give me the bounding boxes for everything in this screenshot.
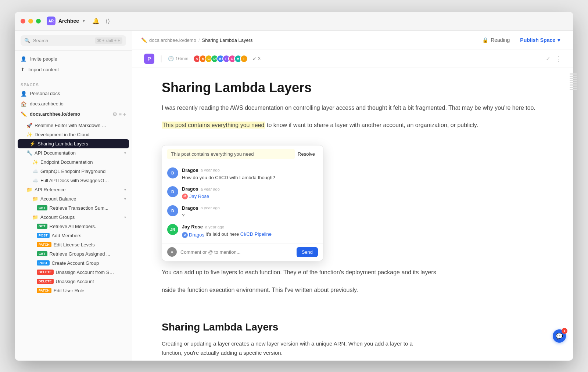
sidebar-item-retrieve-members[interactable]: GET Retrieve All Members. [15, 222, 132, 231]
breadcrumb-site[interactable]: docs.archbee.io/demo [149, 37, 196, 43]
sidebar-item-unassign-su[interactable]: DELETE Unassign Account from Su... [15, 268, 132, 277]
sidebar-item-edit-license[interactable]: PATCH Edit License Levels [15, 240, 132, 249]
sidebar-item-graphql[interactable]: ☁️ GraphQL Endpoint Playground [15, 167, 132, 176]
sidebar-item-account-groups[interactable]: 📁 Account Groups ▾ [15, 213, 132, 222]
reading-label: Reading [491, 37, 510, 43]
collapse-sidebar-icon[interactable]: ≡ [119, 111, 122, 117]
sidebar-item-swagger[interactable]: ☁️ Full API Docs with Swagger/Ope... [15, 176, 132, 185]
checkmark-icon[interactable]: ✓ [546, 55, 551, 62]
sidebar-actions: 👤 Invite people ⬆ Import content [15, 51, 132, 78]
search-bar[interactable]: 🔍 Search ⌘ + shift + F [21, 35, 126, 46]
scroll-mark-1 [570, 73, 573, 75]
delete-badge: DELETE [37, 270, 54, 275]
collapse-icon[interactable]: ⟨⟩ [105, 18, 110, 25]
comment-text-3: ? [182, 212, 318, 219]
sidebar-item-api-reference[interactable]: 📁 API Reference ▾ [15, 185, 132, 194]
reading-mode: 🔒 Reading [482, 37, 510, 43]
mention-inline: D Dragos [182, 231, 204, 239]
delete-badge-2: DELETE [37, 279, 54, 284]
lock-icon: 🔒 [482, 37, 488, 43]
titlebar-icons: 🔔 ⟨⟩ [92, 18, 110, 25]
sidebar-item-retrieve-groups[interactable]: GET Retrieve Groups Assigned ... [15, 249, 132, 259]
scroll-mark-5 [570, 82, 573, 83]
star-icon: ✨ [26, 132, 32, 137]
mention-avatar: JR [182, 194, 188, 199]
more-options-icon[interactable]: ⋮ [555, 55, 562, 63]
invite-people-button[interactable]: 👤 Invite people [15, 54, 132, 64]
comment-avatar-1: D [167, 167, 178, 178]
resolve-button[interactable]: Resolve [295, 150, 318, 158]
sidebar-item-demo[interactable]: ✏️ docs.archbee.io/demo ⚙ ≡ + [15, 109, 132, 119]
sidebar-item-retrieve-transaction[interactable]: GET Retrieve Transaction Sum... [15, 203, 132, 213]
publish-space-button[interactable]: Publish Space ▾ [516, 35, 564, 45]
sidebar-item-sharing-lambda[interactable]: ⚡ Sharing Lambda Layers [18, 139, 129, 148]
feedback-button[interactable]: 💬 1 [553, 329, 566, 343]
comment-input[interactable] [180, 249, 293, 255]
mention-link[interactable]: Jay Rose [189, 193, 209, 200]
sidebar-item-add-members[interactable]: POST Add Members [15, 231, 132, 240]
comment-header-4: Jay Rose a year ago [182, 224, 318, 230]
doc-intro-2: This post contains everything you need t… [162, 120, 544, 130]
spaces-label: SPACES [15, 78, 132, 89]
lightning-icon: ⚡ [29, 141, 35, 147]
sidebar-item-archbee[interactable]: 🏠 docs.archbee.io [15, 99, 132, 109]
cloud-icon: ☁️ [32, 169, 38, 174]
app-title-area: AR Archbee ▾ [47, 17, 85, 25]
divider: | [160, 54, 162, 63]
collaborator-avatars: A B C D E F G H I [193, 55, 248, 63]
doc-body: Sharing Lambda Layers I was recently rea… [132, 68, 573, 310]
maximize-button[interactable] [36, 19, 41, 24]
scroll-mark-6 [570, 84, 573, 86]
page-type-badge: P [144, 54, 154, 64]
titlebar: AR Archbee ▾ 🔔 ⟨⟩ [15, 12, 573, 31]
doc-toolbar-right: ✓ ⋮ [546, 55, 562, 63]
add-page-icon[interactable]: + [123, 111, 126, 117]
star-icon-2: ✨ [32, 159, 38, 165]
scroll-mark-7 [570, 87, 573, 88]
sidebar-item-edit-user-role[interactable]: PATCH Edit User Role [15, 286, 132, 295]
breadcrumb-pencil-icon: ✏️ [141, 37, 147, 43]
comment-item-3: D Dragos a year ago ? [167, 205, 318, 219]
sidebar-item-api-docs[interactable]: 🔧 API Documentation ▾ [15, 148, 132, 158]
comment-avatar-2: D [167, 186, 178, 197]
doc-toolbar: P | 🕐 16min A B C D E F [132, 50, 573, 68]
cicd-link[interactable]: CI/CD Pipeline [240, 231, 272, 237]
scroll-mark-3 [570, 78, 573, 79]
sidebar-item-personal-docs[interactable]: 👤 Personal docs [15, 89, 132, 99]
search-icon: 🔍 [24, 38, 30, 43]
sidebar-item-realtime-editor[interactable]: 🚀 Realtime Editor with Markdown Sho... [15, 121, 132, 130]
sidebar-item-unassign-account[interactable]: DELETE Unassign Account [15, 277, 132, 286]
comment-quote-text: This post contains everything you need [167, 149, 295, 159]
scroll-indicator [570, 73, 573, 90]
doc-subtitle: Sharing Lambda Layers [162, 321, 419, 333]
app-name-label: Archbee [58, 18, 79, 24]
rocket-icon: 🚀 [26, 123, 32, 128]
comment-header-3: Dragos a year ago [182, 205, 318, 211]
sidebar-item-endpoint-docs[interactable]: ✨ Endpoint Documentation [15, 158, 132, 167]
minimize-button[interactable] [28, 19, 33, 24]
search-section: 🔍 Search ⌘ + shift + F [15, 31, 132, 51]
notification-icon[interactable]: 🔔 [92, 18, 100, 25]
search-label: Search [33, 38, 48, 43]
comments-list: D Dragos a year ago How do you do CI/CD … [162, 163, 323, 243]
doc-read-time: 🕐 16min [168, 56, 188, 61]
send-comment-button[interactable]: Send [297, 247, 318, 257]
chevron-icon-4: ▾ [124, 215, 126, 219]
archbee-icon: 🏠 [21, 101, 27, 107]
search-shortcut: ⌘ + shift + F [95, 37, 122, 44]
main-content: ✏️ docs.archbee.io/demo / Sharing Lambda… [132, 31, 573, 361]
patch-badge-2: PATCH [37, 288, 51, 293]
scroll-mark-8 [570, 89, 573, 90]
dragos-link[interactable]: Dragos [189, 231, 204, 239]
sidebar-item-create-group[interactable]: POST Create Account Group [15, 259, 132, 268]
settings-icon[interactable]: ⚙ [112, 111, 117, 117]
close-button[interactable] [21, 19, 25, 24]
doc-area: P | 🕐 16min A B C D E F [132, 50, 573, 361]
wrench-icon: 🔧 [26, 150, 32, 156]
sidebar-item-account-balance[interactable]: 📁 Account Balance ▾ [15, 194, 132, 203]
import-content-button[interactable]: ⬆ Import content [15, 64, 132, 75]
sidebar-item-development[interactable]: ✨ Development in the Cloud [15, 130, 132, 139]
sidebar: 🔍 Search ⌘ + shift + F 👤 Invite people ⬆… [15, 31, 132, 361]
branch-icon: ↙ [252, 56, 257, 61]
comment-avatar-3: D [167, 205, 178, 216]
